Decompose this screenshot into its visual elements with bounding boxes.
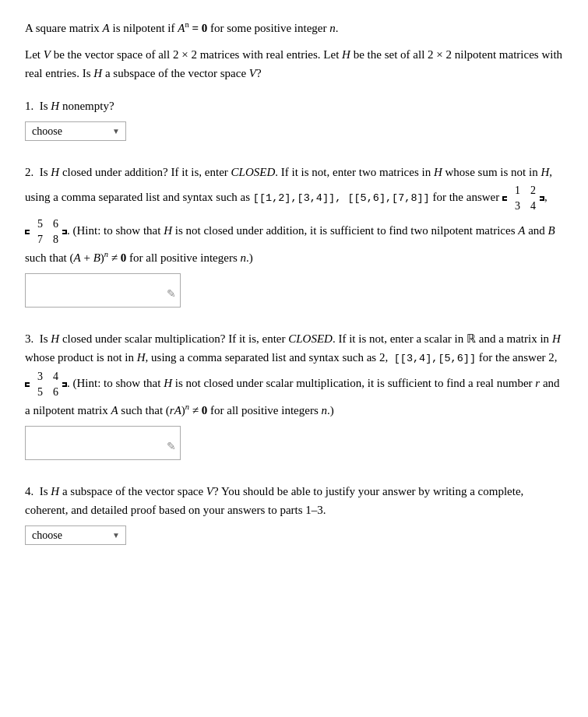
question-3: 3. Is H closed under scalar multiplicati… xyxy=(25,329,563,460)
matrix-1-left-bracket xyxy=(502,196,507,201)
question-2-text: 2. Is H closed under addition? If it is,… xyxy=(25,163,563,267)
matrix-3-content: 3 4 5 6 xyxy=(30,367,62,401)
question-4: 4. Is H a subspace of the vector space V… xyxy=(25,482,563,545)
matrix-1-cell-00: 1 xyxy=(511,183,520,199)
question-4-select-wrapper[interactable]: choose Yes No xyxy=(25,525,126,545)
question-3-input-container: ✎ xyxy=(25,426,181,460)
question-2: 2. Is H closed under addition? If it is,… xyxy=(25,163,563,308)
intro-block: A square matrix A is nilpotent if An = 0… xyxy=(25,19,563,83)
matrix-3-left-bracket xyxy=(25,382,30,387)
matrix-2-content: 5 6 7 8 xyxy=(30,215,62,248)
matrix-1-cell-01: 2 xyxy=(526,183,536,199)
question-1: 1. Is H nonempty? choose Yes No xyxy=(25,97,563,141)
matrix-2-cell-10: 7 xyxy=(33,232,43,248)
questions-container: 1. Is H nonempty? choose Yes No 2. Is H … xyxy=(25,97,563,545)
matrix-2-cell-01: 6 xyxy=(49,216,58,232)
question-2-input-container: ✎ xyxy=(25,273,181,308)
intro-line2: Let V be the vector space of all 2 × 2 m… xyxy=(25,45,563,83)
matrix-1-content: 1 2 3 4 xyxy=(508,181,539,215)
matrix-1-right-bracket xyxy=(540,196,544,201)
intro-line1: A square matrix A is nilpotent if An = 0… xyxy=(25,19,563,37)
matrix-1-cell-11: 4 xyxy=(526,199,536,214)
question-3-label: 3. Is H closed under scalar multiplicati… xyxy=(25,329,563,420)
matrix-3-cell-11: 6 xyxy=(49,385,58,400)
matrix-1-cell-10: 3 xyxy=(511,199,520,214)
question-1-dropdown[interactable]: choose Yes No xyxy=(25,121,126,141)
matrix-2-cell-00: 5 xyxy=(33,216,43,232)
matrix-3-cell-10: 5 xyxy=(33,385,43,400)
question-1-select-wrapper[interactable]: choose Yes No xyxy=(25,121,126,141)
question-2-label: 2. Is H closed under addition? If it is,… xyxy=(25,163,563,267)
matrix-3: 3 4 5 6 xyxy=(25,367,67,401)
question-2-input[interactable] xyxy=(25,273,181,308)
matrix-3-cell-00: 3 xyxy=(33,369,43,385)
question-4-label: 4. Is H a subspace of the vector space V… xyxy=(25,482,563,519)
matrix-2-right-bracket xyxy=(62,230,67,234)
question-1-label: 1. Is H nonempty? xyxy=(25,97,563,115)
question-4-text: 4. Is H a subspace of the vector space V… xyxy=(25,482,563,519)
matrix-1: 1 2 3 4 xyxy=(502,181,544,215)
matrix-3-right-bracket xyxy=(62,382,67,387)
question-3-text: 3. Is H closed under scalar multiplicati… xyxy=(25,329,563,420)
question-1-number: 1. Is H nonempty? xyxy=(25,100,114,112)
question-4-dropdown[interactable]: choose Yes No xyxy=(25,525,126,545)
matrix-2-cell-11: 8 xyxy=(49,232,58,248)
matrix-3-cell-01: 4 xyxy=(49,369,58,385)
matrix-2-left-bracket xyxy=(25,230,30,234)
question-3-input[interactable] xyxy=(25,426,181,460)
matrix-2: 5 6 7 8 xyxy=(25,215,67,248)
